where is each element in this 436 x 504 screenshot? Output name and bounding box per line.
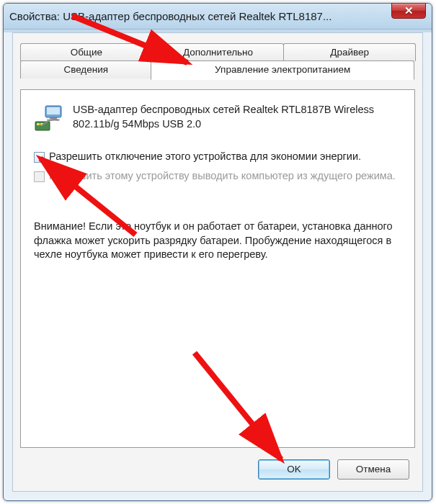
close-button[interactable]: ✕ [391, 3, 426, 19]
option-allow-power-off: Разрешить отключение этого устройства дл… [34, 150, 401, 163]
tab-advanced[interactable]: Дополнительно [152, 43, 285, 61]
tab-details[interactable]: Сведения [20, 60, 151, 78]
svg-rect-5 [37, 123, 40, 125]
checkbox-allow-off[interactable] [34, 152, 45, 163]
label-allow-wake: Разрешить этому устройству выводить комп… [49, 170, 396, 181]
close-icon: ✕ [404, 4, 414, 17]
device-name: USB-адаптер беспроводных сетей Realtek R… [73, 103, 401, 131]
svg-rect-1 [47, 107, 60, 114]
label-allow-off[interactable]: Разрешить отключение этого устройства дл… [49, 150, 361, 162]
svg-rect-4 [35, 122, 50, 130]
warning-text: Внимание! Если это ноутбук и он работает… [34, 220, 401, 262]
network-adapter-icon [34, 103, 64, 133]
checkbox-allow-wake [34, 171, 45, 182]
cancel-button[interactable]: Отмена [337, 459, 409, 480]
svg-rect-2 [50, 117, 57, 119]
properties-dialog: Свойства: USB-адаптер беспроводных сетей… [3, 3, 432, 501]
window-title: Свойства: USB-адаптер беспроводных сетей… [9, 10, 426, 22]
tab-power-management[interactable]: Управление электропитанием [151, 60, 414, 80]
client-area: Общие Дополнительно Драйвер Сведения Упр… [12, 32, 423, 492]
tab-general[interactable]: Общие [20, 43, 153, 61]
tab-driver[interactable]: Драйвер [283, 43, 416, 61]
device-header: USB-адаптер беспроводных сетей Realtek R… [34, 103, 401, 133]
tab-panel-power: USB-адаптер беспроводных сетей Realtek R… [20, 89, 415, 448]
option-allow-wake: Разрешить этому устройству выводить комп… [34, 170, 401, 182]
tab-strip: Общие Дополнительно Драйвер Сведения Упр… [13, 33, 422, 80]
titlebar[interactable]: Свойства: USB-адаптер беспроводных сетей… [4, 4, 432, 30]
ok-button[interactable]: OK [258, 459, 330, 480]
dialog-buttons: OK Отмена [258, 459, 409, 480]
